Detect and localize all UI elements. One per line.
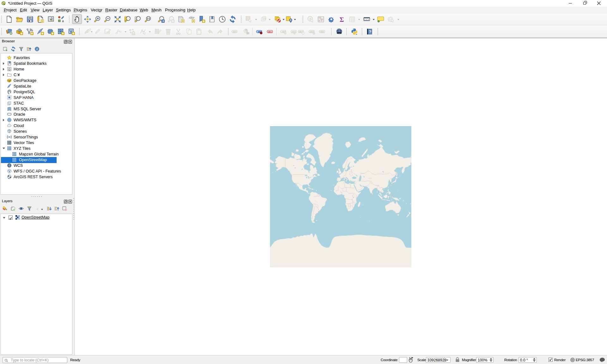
svg-text:Σ: Σ: [340, 16, 344, 23]
svg-text:abc: abc: [233, 31, 236, 33]
svg-text:a: a: [62, 19, 64, 23]
svg-text:ε: ε: [37, 206, 39, 211]
svg-text:i: i: [37, 48, 38, 51]
svg-text:*: *: [133, 32, 134, 35]
svg-text:abc: abc: [292, 31, 296, 33]
svg-text:?: ?: [369, 29, 371, 34]
svg-text:abc: abc: [268, 31, 272, 33]
svg-text:1:1: 1:1: [147, 17, 150, 20]
